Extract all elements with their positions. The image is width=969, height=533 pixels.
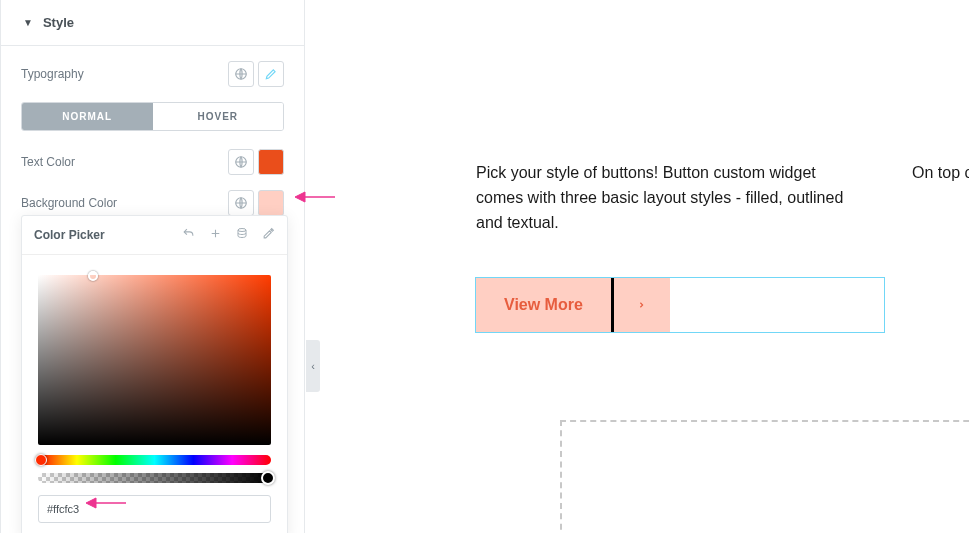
panel-collapse-handle[interactable]: ‹: [306, 340, 320, 392]
color-picker-title: Color Picker: [34, 228, 105, 242]
saturation-handle[interactable]: [88, 271, 98, 281]
hex-input[interactable]: [38, 495, 271, 523]
section-header[interactable]: ▼ Style: [1, 0, 304, 46]
view-more-button-widget[interactable]: View More: [475, 277, 885, 333]
svg-marker-5: [295, 192, 305, 202]
view-more-label: View More: [476, 278, 611, 332]
tab-normal[interactable]: NORMAL: [22, 103, 153, 130]
globe-icon[interactable]: [228, 190, 254, 216]
alpha-handle[interactable]: [261, 471, 275, 485]
style-panel: ▼ Style Typography NORMAL HOVER Text Col…: [0, 0, 305, 533]
caret-down-icon: ▼: [23, 17, 33, 28]
text-color-swatch[interactable]: [258, 149, 284, 175]
plus-icon[interactable]: [209, 226, 222, 244]
background-color-swatch[interactable]: [258, 190, 284, 216]
chevron-right-icon: [614, 278, 670, 332]
description-text-left: Pick your style of buttons! Button custo…: [476, 160, 866, 235]
description-text-right: On top of that you will also get another…: [912, 160, 969, 185]
chevron-left-icon: ‹: [311, 360, 315, 372]
undo-icon[interactable]: [182, 226, 195, 244]
hue-handle[interactable]: [35, 454, 47, 466]
database-icon[interactable]: [236, 226, 248, 244]
tab-hover[interactable]: HOVER: [153, 103, 284, 130]
svg-point-3: [238, 229, 246, 232]
svg-marker-7: [86, 498, 96, 508]
text-color-label: Text Color: [21, 155, 75, 169]
typography-row: Typography: [21, 61, 284, 87]
typography-label: Typography: [21, 67, 84, 81]
preview-canvas: Pick your style of buttons! Button custo…: [320, 0, 969, 533]
globe-icon[interactable]: [228, 149, 254, 175]
color-picker-popup: Color Picker: [21, 215, 288, 533]
annotation-arrow-icon: [295, 189, 335, 205]
section-title: Style: [43, 15, 74, 30]
alpha-slider[interactable]: [38, 473, 271, 483]
pencil-icon[interactable]: [258, 61, 284, 87]
state-tabs: NORMAL HOVER: [21, 102, 284, 131]
globe-icon[interactable]: [228, 61, 254, 87]
hue-slider[interactable]: [38, 455, 271, 465]
text-color-row: Text Color: [21, 149, 284, 175]
empty-widget-placeholder[interactable]: [560, 420, 969, 533]
annotation-arrow-icon: [86, 495, 126, 511]
eyedropper-icon[interactable]: [262, 226, 275, 244]
saturation-field[interactable]: [38, 275, 271, 445]
button-empty-area: [670, 278, 884, 332]
background-color-label: Background Color: [21, 196, 117, 210]
background-color-row: Background Color: [21, 190, 284, 216]
